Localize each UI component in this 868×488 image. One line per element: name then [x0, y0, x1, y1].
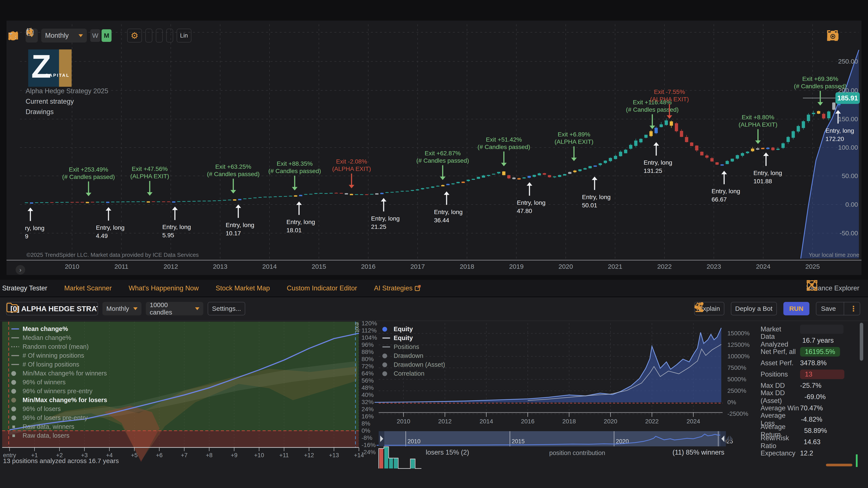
indicators-button[interactable] — [145, 29, 152, 42]
equity-legend-item[interactable]: Drawdown (Asset) — [382, 360, 445, 369]
circle-tool[interactable] — [8, 161, 19, 182]
year-tick-label: 2014 — [256, 263, 282, 270]
variance-legend-item[interactable]: Min/Max change% for winners — [11, 369, 107, 378]
cross-line-tool[interactable] — [8, 247, 19, 269]
svg-text:Exit +88.35%: Exit +88.35% — [277, 160, 313, 167]
axis-tools-button[interactable] — [166, 29, 173, 42]
explain-button[interactable]: Ai Explain — [694, 302, 724, 315]
legend-swatch-icon — [11, 328, 19, 329]
svg-text:21.25: 21.25 — [371, 223, 386, 230]
variance-legend-item[interactable]: Random control (mean) — [11, 342, 107, 351]
svg-text:Exit +8.80%: Exit +8.80% — [742, 114, 774, 121]
chevron-down-icon — [195, 307, 199, 310]
save-button[interactable]: Save — [816, 305, 841, 312]
arrow-down-tool[interactable] — [8, 204, 19, 226]
legend-label: Raw data, winners — [23, 423, 74, 430]
close-icon[interactable] — [806, 280, 817, 290]
ray-line-tool[interactable] — [8, 52, 19, 74]
variance-legend-item[interactable]: Raw data, losers — [11, 431, 107, 440]
variance-pct-label: 112% — [362, 327, 377, 334]
toolbar-expander[interactable]: › — [16, 265, 25, 274]
equity-legend-item[interactable]: Equity — [382, 333, 445, 343]
variance-legend-item[interactable]: # Of winning positions — [11, 351, 107, 360]
svg-text:2020: 2020 — [604, 418, 617, 425]
monthly-toggle[interactable]: M — [101, 29, 112, 42]
tab-strategy-tester[interactable]: Strategy Tester — [2, 284, 47, 292]
timeframe-dropdown[interactable]: Monthly — [41, 29, 87, 42]
horizontal-line-icon — [8, 30, 19, 41]
variance-legend-item[interactable]: 96% of losers pre-entry — [11, 413, 107, 422]
horizontal-scrollbar[interactable] — [826, 464, 852, 466]
filled-rectangle-tool[interactable] — [8, 139, 19, 161]
variance-pct-label: 72% — [362, 363, 374, 370]
deploy-bot-button[interactable]: Deploy a Bot — [731, 302, 777, 315]
year-tick-label: 2013 — [207, 263, 233, 270]
variance-legend-item[interactable]: 96% of losers — [11, 404, 107, 413]
parallel-channel-tool[interactable] — [8, 95, 19, 117]
stat-label: Positions — [761, 370, 788, 378]
svg-text:(# Candles passed): (# Candles passed) — [477, 143, 530, 150]
svg-text:47.80: 47.80 — [517, 207, 532, 214]
vertical-line-tool[interactable] — [8, 226, 19, 247]
weekly-toggle[interactable]: W — [90, 29, 100, 42]
stat-value: -69.0% — [804, 393, 826, 401]
variance-legend-item[interactable]: 96% of winners — [11, 378, 107, 387]
svg-text:Entry, long: Entry, long — [712, 188, 740, 195]
strategy-name-input[interactable]: [0] ALPHA HEDGE STRATE — [6, 302, 98, 315]
equity-legend-item[interactable]: Positions — [382, 343, 445, 351]
stats-scrollbar[interactable] — [860, 323, 863, 361]
percent-change-tool[interactable]: % — [8, 74, 19, 95]
equity-legend-item[interactable]: Drawdown — [382, 351, 445, 360]
folder-icon[interactable] — [6, 302, 18, 313]
exit-marker: Exit +8.80%(ALPHA EXIT) — [739, 114, 777, 144]
settings-gear-button[interactable]: ⚙ — [127, 29, 142, 42]
legend-swatch-icon — [11, 389, 16, 394]
stat-value — [800, 325, 843, 334]
tab-market-scanner[interactable]: Market Scanner — [64, 284, 112, 292]
variance-legend-item[interactable]: Median change% — [11, 333, 107, 342]
tab-what-s-happening-now[interactable]: What's Happening Now — [129, 284, 199, 292]
svg-text:Exit +69.36%: Exit +69.36% — [802, 75, 838, 82]
equity-navigator[interactable]: 2010201520202025 — [376, 431, 733, 446]
variance-legend-item[interactable]: Min/Max change% for losers — [11, 396, 107, 404]
run-button[interactable]: RUN — [783, 302, 809, 315]
entry-marker: Entry, long10.17 — [226, 204, 254, 237]
svg-text:+11: +11 — [279, 452, 289, 458]
exit-marker: Exit +253.49%(# Candles passed) — [62, 166, 115, 196]
price-tick-label: 200.00 — [833, 87, 858, 94]
svg-text:Entry, long: Entry, long — [434, 209, 463, 215]
legend-swatch-icon — [11, 337, 19, 338]
svg-text:Exit +47.56%: Exit +47.56% — [132, 165, 168, 172]
svg-text:2010: 2010 — [397, 418, 410, 425]
tab-custom-indicator-editor[interactable]: Custom Indicator Editor — [287, 284, 357, 292]
tab-stock-market-map[interactable]: Stock Market Map — [216, 284, 270, 292]
equity-pct-label: 12500% — [727, 341, 750, 348]
equity-legend-item[interactable]: Equity — [382, 325, 445, 333]
camera-icon[interactable] — [827, 30, 839, 41]
svg-text:Exit +6.89%: Exit +6.89% — [558, 131, 590, 138]
price-tick-label: 150.00 — [833, 116, 858, 123]
equity-pct-label: 7500% — [727, 364, 746, 371]
tester-timeframe-dropdown[interactable]: Monthly — [102, 302, 142, 315]
candles-count-dropdown[interactable]: 10000 candles — [146, 302, 203, 315]
equity-legend-item[interactable]: Correlation — [382, 369, 445, 378]
rectangle-tool[interactable] — [8, 117, 19, 139]
variance-legend-item[interactable]: # Of losing positions — [11, 360, 107, 369]
time-button[interactable] — [156, 29, 163, 42]
svg-text:+7: +7 — [181, 452, 188, 458]
settings-button[interactable]: Settings... — [208, 302, 245, 315]
tab-ai-strategies[interactable]: AI Strategies — [374, 284, 421, 292]
variance-legend-item[interactable]: Mean change% — [11, 324, 107, 333]
linear-scale-button[interactable]: Lin — [177, 29, 191, 42]
save-more-menu[interactable]: ⋮ — [847, 304, 860, 313]
main-chart-canvas[interactable]: ry, long9Exit +253.49%(# Candles passed)… — [0, 0, 868, 319]
timezone-label[interactable]: Your local time zone — [790, 252, 859, 258]
svg-text:Exit -2.08%: Exit -2.08% — [336, 158, 367, 165]
svg-text:18.01: 18.01 — [286, 227, 302, 234]
variance-pct-label: 48% — [362, 384, 374, 391]
svg-text:2014: 2014 — [479, 418, 493, 425]
svg-text:Exit +62.87%: Exit +62.87% — [425, 150, 461, 157]
variance-legend-item[interactable]: 96% of winners pre-entry — [11, 387, 107, 396]
text-tool-tool[interactable]: Tx — [8, 182, 19, 204]
variance-legend-item[interactable]: Raw data, winners — [11, 422, 107, 431]
